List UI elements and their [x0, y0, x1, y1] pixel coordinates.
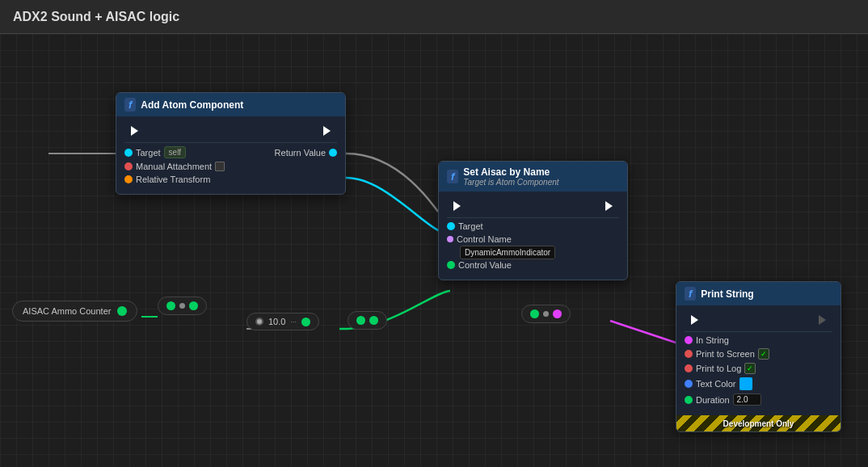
duration-pin [685, 396, 693, 404]
print-log-label: Print to Log [696, 364, 741, 373]
exec-out-3 [819, 315, 826, 325]
text-color-pin [685, 380, 693, 388]
control-name-row: Control Name [447, 234, 619, 244]
print-log-check[interactable]: ✓ [744, 363, 756, 374]
add-atom-node: f Add Atom Component Target self Return … [116, 92, 346, 195]
exec-row [124, 123, 337, 139]
print-string-title: Print String [701, 288, 753, 300]
print-string-header: f Print String [676, 282, 841, 305]
set-aisac-body: Target Control Name DynamicAmmoIndicator… [439, 191, 627, 280]
function-icon-3: f [685, 287, 696, 301]
print-string-node: f Print String In String Print to Screen… [676, 281, 841, 432]
page-title: ADX2 Sound + AISAC logic [13, 10, 179, 24]
mid1-in [166, 301, 175, 310]
target-pin-2 [447, 222, 455, 230]
value-dots: ··· [290, 318, 297, 326]
exec-in-pin [131, 126, 138, 136]
target-label: Target [136, 148, 161, 158]
mid1-out [189, 301, 198, 310]
middle-node-1 [158, 297, 207, 315]
duration-label: Duration [696, 395, 730, 405]
print-string-body: In String Print to Screen ✓ Print to Log… [676, 305, 841, 415]
value-in-pin [255, 318, 263, 326]
manual-pin [124, 162, 133, 170]
in-string-label: In String [696, 335, 729, 345]
set-aisac-header: f Set Aisac by Name Target is Atom Compo… [439, 162, 627, 191]
control-name-label: Control Name [457, 234, 512, 244]
set-aisac-exec [447, 198, 619, 214]
function-icon-2: f [447, 170, 458, 183]
print-screen-pin [685, 350, 693, 358]
text-color-row: Text Color [685, 377, 832, 390]
middle-node-2 [348, 311, 387, 330]
manual-row: Manual Attachment [124, 162, 337, 171]
print-log-row: Print to Log ✓ [685, 363, 832, 374]
return-label: Return Value [275, 148, 326, 158]
text-color-swatch[interactable] [739, 377, 752, 390]
manual-checkbox [215, 162, 225, 171]
exec-out-2 [605, 201, 613, 211]
aisac-counter-label: AISAC Ammo Counter [23, 306, 111, 316]
in-string-pin [685, 336, 693, 344]
mid3-dot [543, 311, 549, 317]
control-value-label: Control Value [458, 260, 512, 270]
relative-label: Relative Transform [136, 175, 210, 184]
relative-row: Relative Transform [124, 175, 337, 184]
print-screen-check[interactable]: ✓ [758, 348, 769, 360]
manual-label: Manual Attachment [136, 162, 212, 171]
duration-value[interactable]: 2.0 [733, 393, 761, 406]
canvas: f Add Atom Component Target self Return … [0, 34, 868, 467]
control-value-row: Control Value [447, 260, 619, 270]
print-exec [685, 312, 832, 328]
target-row-2: Target [447, 221, 619, 231]
mid1-dot [179, 303, 185, 309]
value-out [301, 318, 310, 326]
print-screen-row: Print to Screen ✓ [685, 348, 832, 360]
print-log-pin [685, 364, 693, 372]
target-pin [124, 149, 133, 157]
set-aisac-title: Set Aisac by Name [463, 166, 550, 178]
aisac-out-pin [117, 306, 127, 316]
exec-out-pin [323, 126, 331, 136]
add-atom-body: Target self Return Value Manual Attachme… [116, 116, 345, 194]
value-display: 10.0 [268, 317, 285, 326]
value-node: 10.0 ··· [246, 313, 319, 330]
target-row: Target self Return Value [124, 146, 337, 158]
aisac-counter-node: AISAC Ammo Counter [12, 301, 137, 322]
mid3-in [530, 309, 539, 318]
return-pin [329, 149, 337, 157]
control-name-value[interactable]: DynamicAmmoIndicator [460, 246, 555, 259]
function-icon: f [124, 98, 136, 111]
exec-in-2 [453, 201, 461, 211]
text-color-label: Text Color [696, 379, 736, 389]
dev-only-label: Development Only [723, 419, 794, 428]
add-atom-title: Add Atom Component [141, 99, 243, 111]
exec-in-3 [691, 315, 698, 325]
print-screen-label: Print to Screen [696, 349, 755, 359]
mid2-in [356, 316, 365, 325]
set-aisac-subtitle: Target is Atom Component [463, 178, 558, 187]
control-value-pin [447, 261, 455, 269]
title-bar: ADX2 Sound + AISAC logic [0, 0, 868, 34]
dev-only-bar: Development Only [676, 415, 841, 431]
target-label-2: Target [458, 221, 483, 231]
in-string-row: In String [685, 335, 832, 345]
control-name-pin [447, 236, 453, 242]
add-atom-header: f Add Atom Component [116, 93, 345, 116]
mid3-out [553, 309, 562, 318]
mid2-out [369, 316, 378, 325]
relative-pin [124, 175, 133, 183]
set-aisac-node: f Set Aisac by Name Target is Atom Compo… [438, 161, 628, 280]
middle-node-3 [521, 305, 571, 323]
duration-row: Duration 2.0 [685, 393, 832, 406]
self-badge: self [164, 146, 187, 158]
